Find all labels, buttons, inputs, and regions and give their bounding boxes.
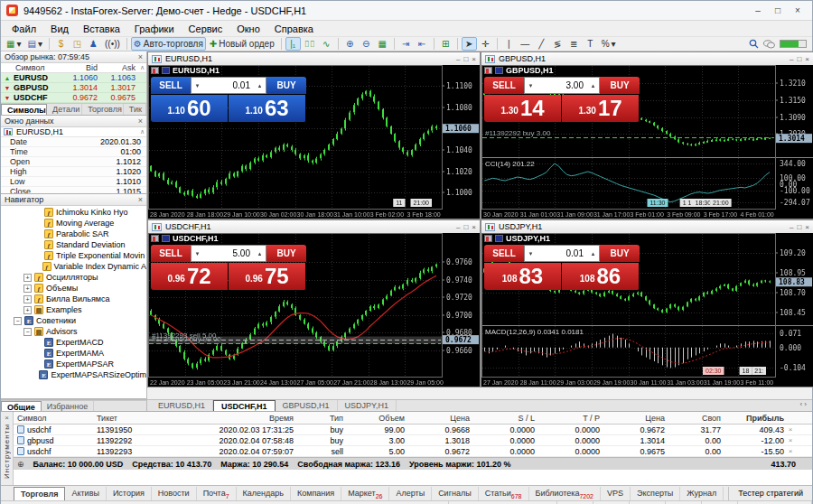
- navigator-item[interactable]: + ▤ Examples: [1, 304, 146, 315]
- terminal-tab[interactable]: Торговля: [14, 487, 65, 500]
- sell-price[interactable]: 10883: [484, 263, 561, 290]
- close-position-icon[interactable]: ×: [784, 425, 797, 434]
- terminal-tab[interactable]: Сигналы: [432, 487, 479, 500]
- horizontal-line-icon[interactable]: —: [518, 37, 533, 51]
- chart-close-icon[interactable]: ×: [472, 223, 476, 231]
- navigator-close-icon[interactable]: ×: [138, 195, 143, 204]
- buy-price[interactable]: 1.3017: [562, 95, 639, 122]
- chart-minimize-icon[interactable]: –: [456, 223, 460, 231]
- position-row[interactable]: gbpusd 11392292 2020.02.04 07:58:48 buy …: [14, 435, 812, 446]
- market-watch-tab[interactable]: Тик: [124, 104, 146, 115]
- navigator-item[interactable]: f Ichimoku Kinko Hyo: [1, 207, 146, 218]
- market-watch-tab[interactable]: Символы: [1, 104, 47, 115]
- sell-price[interactable]: 1.1060: [151, 95, 228, 122]
- fibonacci-icon[interactable]: ≶: [550, 37, 565, 51]
- chart-restore-icon[interactable]: □: [797, 223, 801, 231]
- tree-expander-icon[interactable]: [32, 263, 40, 271]
- navigator-item[interactable]: E ExpertMACD: [1, 337, 146, 348]
- tree-expander-icon[interactable]: [33, 241, 42, 249]
- lot-decrease-icon[interactable]: ▾: [192, 250, 203, 257]
- menu-item[interactable]: Графики: [127, 23, 182, 35]
- new-chart-button[interactable]: ▦▾: [4, 37, 23, 51]
- close-position-icon[interactable]: ×: [784, 436, 797, 444]
- buy-price[interactable]: 1.1063: [229, 95, 305, 122]
- search-icon[interactable]: [749, 39, 759, 49]
- trendline-icon[interactable]: ╱: [534, 37, 549, 51]
- terminal-tab[interactable]: Маркет26: [341, 487, 389, 500]
- terminal-tab[interactable]: Эксперты: [631, 487, 680, 500]
- tree-expander-icon[interactable]: +: [23, 306, 32, 314]
- maximize-button[interactable]: □: [769, 4, 787, 18]
- lot-decrease-icon[interactable]: ▾: [192, 82, 203, 89]
- chart-minimize-icon[interactable]: –: [456, 55, 460, 63]
- scroll-up-icon[interactable]: ∧: [138, 128, 146, 135]
- tree-expander-icon[interactable]: [33, 339, 42, 347]
- navigator-item[interactable]: + f Осцилляторы: [1, 272, 146, 283]
- market-watch-row[interactable]: ▼ USDCHF 0.9672 0.9675: [1, 93, 146, 103]
- chart-tab[interactable]: GBPUSD,H1: [276, 400, 338, 411]
- chart-close-icon[interactable]: ×: [472, 55, 476, 63]
- candlestick-chart-icon[interactable]: ⌷⌷: [302, 37, 318, 51]
- tree-expander-icon[interactable]: +: [23, 274, 32, 282]
- terminal-tab[interactable]: VPS: [601, 487, 631, 500]
- chart-restore-icon[interactable]: □: [463, 55, 468, 63]
- menu-item[interactable]: Вставка: [76, 23, 127, 35]
- sell-button[interactable]: SELL: [484, 245, 524, 262]
- tree-expander-icon[interactable]: +: [23, 295, 32, 303]
- navigator-item[interactable]: − ▤ Advisors: [1, 326, 146, 337]
- navigator-item[interactable]: + f Билла Вильямса: [1, 294, 146, 304]
- crosshair-icon[interactable]: ✛: [478, 37, 493, 51]
- position-row[interactable]: usdchf 11391950 2020.02.03 17:31:25 buy …: [14, 425, 812, 435]
- one-click-icon[interactable]: [484, 235, 492, 242]
- terminal-tab[interactable]: Почта7: [197, 487, 237, 500]
- menu-item[interactable]: Сервис: [182, 23, 230, 35]
- buy-button[interactable]: BUY: [266, 245, 306, 262]
- tree-expander-icon[interactable]: [33, 360, 42, 369]
- buy-price[interactable]: 10886: [562, 263, 639, 290]
- new-order-button[interactable]: ✚Новый ордер: [207, 37, 277, 51]
- terminal-tab[interactable]: Статьи678: [479, 487, 529, 500]
- navigator-item[interactable]: + f Объемы: [1, 283, 146, 294]
- terminal-close-icon[interactable]: ×: [5, 414, 9, 422]
- position-row[interactable]: usdchf 11392293 2020.02.04 07:59:07 sell…: [14, 446, 812, 457]
- minimize-button[interactable]: –: [749, 4, 767, 18]
- menu-item[interactable]: Справка: [267, 23, 321, 35]
- autotrade-button[interactable]: ⚙Авто-торговля: [131, 37, 206, 51]
- navigator-item[interactable]: E ExpertMAPSARSizeOptim: [1, 369, 146, 380]
- navigator-item[interactable]: f Triple Exponential Movin: [1, 250, 146, 261]
- lot-increase-icon[interactable]: ▴: [587, 250, 599, 257]
- tree-expander-icon[interactable]: [33, 209, 42, 217]
- buy-button[interactable]: BUY: [600, 245, 640, 262]
- buy-button[interactable]: BUY: [266, 77, 306, 94]
- navigator-item[interactable]: f Variable Index Dynamic A: [1, 261, 146, 272]
- navigator-item[interactable]: f Standard Deviation: [1, 239, 146, 250]
- tree-expander-icon[interactable]: −: [23, 328, 32, 336]
- chart-restore-icon[interactable]: □: [797, 55, 801, 63]
- expand-icon[interactable]: ⊕: [17, 460, 24, 469]
- lot-size-stepper[interactable]: ▾3.00▴: [524, 77, 600, 94]
- lot-increase-icon[interactable]: ▴: [254, 82, 266, 89]
- terminal-tab[interactable]: История: [107, 487, 152, 500]
- tree-expander-icon[interactable]: [33, 219, 42, 228]
- menu-item[interactable]: Вид: [43, 23, 76, 35]
- tree-expander-icon[interactable]: −: [14, 317, 22, 325]
- terminal-tab[interactable]: Активы: [65, 487, 106, 500]
- market-watch-tab[interactable]: Торговля: [82, 104, 124, 115]
- navigator-item[interactable]: f Parabolic SAR: [1, 229, 146, 239]
- one-click-icon[interactable]: [151, 235, 159, 242]
- tree-expander-icon[interactable]: [33, 230, 42, 238]
- channel-icon[interactable]: ≣: [566, 37, 582, 51]
- sell-button[interactable]: SELL: [151, 77, 191, 94]
- chart-close-icon[interactable]: ×: [805, 55, 809, 63]
- terminal-tab[interactable]: Алерты: [389, 487, 432, 500]
- zoom-in-icon[interactable]: ⊕: [342, 37, 358, 51]
- data-window-close-icon[interactable]: ×: [138, 117, 143, 126]
- navigator-item[interactable]: f Moving Average: [1, 218, 146, 229]
- chart-tab[interactable]: USDCHF,H1: [213, 400, 276, 411]
- auto-scroll-icon[interactable]: ⇥: [398, 37, 414, 51]
- tile-windows-icon[interactable]: ▦: [375, 37, 390, 51]
- buy-price[interactable]: 0.9675: [229, 263, 305, 290]
- menu-item[interactable]: Окно: [229, 23, 267, 35]
- arrows-icon[interactable]: %▾: [599, 37, 619, 51]
- lot-size-stepper[interactable]: ▾5.00▴: [191, 245, 266, 262]
